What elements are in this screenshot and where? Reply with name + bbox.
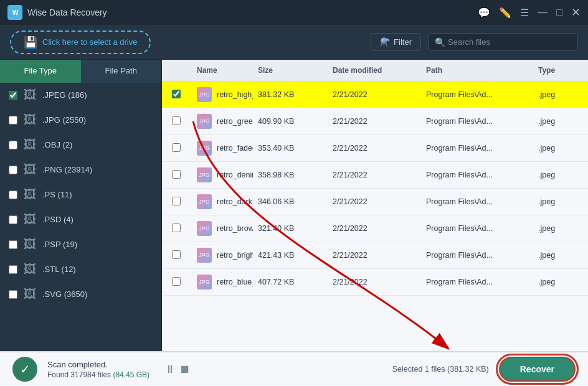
file-thumbnail: JPG [197,167,212,182]
sidebar-checkbox[interactable] [9,166,17,174]
row-date: 2/21/2022 [328,245,421,265]
sidebar-item[interactable]: 🖼 .JPG (2550) [0,108,161,133]
table-row[interactable]: JPG retro_denim.jpeg 358.98 KB 2/21/2022… [162,162,588,189]
row-checkbox[interactable] [172,170,181,179]
row-checkbox[interactable] [172,250,181,259]
sidebar-item[interactable]: 🖼 .OBJ (2) [0,133,161,158]
row-checkbox-cell[interactable] [167,191,192,213]
app-title: Wise Data Recovery [27,7,478,17]
svg-text:W: W [12,9,19,16]
sidebar-checkbox[interactable] [9,116,17,125]
table-row[interactable]: JPG retro_green.jpeg 409.90 KB 2/21/2022… [162,108,588,135]
stop-icon[interactable]: ⏹ [179,363,191,376]
row-path: Program Files\Ad... [421,85,533,105]
sidebar-item[interactable]: 🖼 .PSD (4) [0,207,161,232]
table-body: JPG retro_high_contrast.jpeg 381.32 KB 2… [162,82,588,351]
filetype-icon: 🖼 [24,237,36,252]
tab-filepath[interactable]: File Path [81,60,162,83]
filetype-label: .PSD (4) [42,215,74,224]
row-checkbox-cell[interactable] [167,271,192,293]
row-type: .jpeg [533,111,583,131]
sidebar-item[interactable]: 🖼 .JPEG (186) [0,83,161,108]
maximize-icon[interactable]: □ [556,7,562,18]
titlebar: W Wise Data Recovery 💬 ✏️ ☰ — □ ✕ [0,0,588,25]
edit-icon[interactable]: ✏️ [499,7,511,19]
close-icon[interactable]: ✕ [571,6,581,19]
main-area: File Type File Path 🖼 .JPEG (186) 🖼 .JPG… [0,60,588,351]
sidebar-checkbox[interactable] [9,265,17,274]
row-size: 321.40 KB [253,219,328,238]
row-filename: JPG retro_blue_brown.jpeg [192,269,253,295]
table-row[interactable]: JPG retro_high_contrast.jpeg 381.32 KB 2… [162,82,588,108]
row-checkbox-cell[interactable] [167,111,192,133]
col-path: Path [421,60,533,81]
filter-button[interactable]: ⚗️ Filter [371,33,421,51]
row-date: 2/21/2022 [328,192,421,212]
table-row[interactable]: JPG retro_bright.jpeg 421.43 KB 2/21/202… [162,242,588,269]
sidebar-checkbox[interactable] [9,240,17,249]
recover-button[interactable]: Recover [499,357,576,382]
filetype-label: .OBJ (2) [42,140,72,149]
search-wrapper: 🔍 [429,33,578,51]
row-filename: JPG retro_brown.jpeg [192,215,253,242]
row-checkbox[interactable] [172,116,181,125]
row-checkbox[interactable] [172,197,181,205]
sidebar-item[interactable]: 🖼 .PS (11) [0,182,161,207]
filetype-icon: 🖼 [24,262,36,276]
sidebar-checkbox[interactable] [9,290,17,299]
file-thumbnail: JPG [197,248,212,263]
row-checkbox-cell[interactable] [167,84,192,106]
sidebar-item[interactable]: 🖼 .PSP (19) [0,232,161,257]
minimize-icon[interactable]: — [538,7,548,18]
row-type: .jpeg [533,192,583,212]
row-checkbox-cell[interactable] [167,245,192,266]
file-thumbnail: JPG [197,114,212,129]
filetype-icon: 🖼 [24,162,36,177]
row-path: Program Files\Ad... [421,138,533,158]
tab-filetype[interactable]: File Type [0,60,81,83]
row-filename: JPG retro_denim.jpeg [192,162,253,188]
row-checkbox[interactable] [172,90,181,98]
sidebar-checkbox[interactable] [9,191,17,199]
row-filename: JPG retro_green.jpeg [192,108,253,134]
sidebar-checkbox[interactable] [9,215,17,224]
sidebar-item[interactable]: 🖼 .STL (12) [0,257,161,282]
sidebar-checkbox[interactable] [9,91,17,100]
filetype-label: .JPG (2550) [42,115,86,125]
row-checkbox-cell[interactable] [167,218,192,240]
col-checkbox [167,60,192,81]
search-input[interactable] [429,33,578,51]
row-checkbox-cell[interactable] [167,164,192,186]
table-row[interactable]: JPG retro_faded.jpeg 353.40 KB 2/21/2022… [162,135,588,162]
filetype-icon: 🖼 [24,138,36,152]
row-path: Program Files\Ad... [421,245,533,265]
toolbar: 💾 Click here to select a drive ⚗️ Filter… [0,25,588,60]
row-checkbox[interactable] [172,224,181,232]
chat-icon[interactable]: 💬 [478,7,490,19]
drive-selector-label: Click here to select a drive [42,37,137,47]
row-path: Program Files\Ad... [421,192,533,212]
col-date: Date modified [328,60,421,81]
statusbar: ✓ Scan completed. Found 317984 files (84… [0,351,588,386]
filter-label: Filter [394,37,412,47]
row-checkbox[interactable] [172,143,181,152]
sidebar-checkbox[interactable] [9,141,17,149]
row-type: .jpeg [533,165,583,185]
row-size: 421.43 KB [253,245,328,265]
row-date: 2/21/2022 [328,165,421,185]
row-checkbox-cell[interactable] [167,138,192,159]
row-type: .jpeg [533,245,583,265]
pause-icon[interactable]: ⏸ [164,363,176,376]
table-row[interactable]: JPG retro_brown.jpeg 321.40 KB 2/21/2022… [162,215,588,242]
menu-icon[interactable]: ☰ [520,7,529,19]
filetype-label: .PS (11) [42,190,72,199]
row-type: .jpeg [533,219,583,238]
drive-selector-button[interactable]: 💾 Click here to select a drive [10,31,151,54]
row-date: 2/21/2022 [328,138,421,158]
table-row[interactable]: JPG retro_blue_brown.jpeg 407.72 KB 2/21… [162,269,588,296]
table-row[interactable]: JPG retro_dark.jpeg 346.06 KB 2/21/2022 … [162,189,588,215]
sidebar-item[interactable]: 🖼 .PNG (23914) [0,158,161,182]
row-date: 2/21/2022 [328,111,421,131]
row-checkbox[interactable] [172,277,181,286]
sidebar-item[interactable]: 🖼 .SVG (3650) [0,282,161,307]
